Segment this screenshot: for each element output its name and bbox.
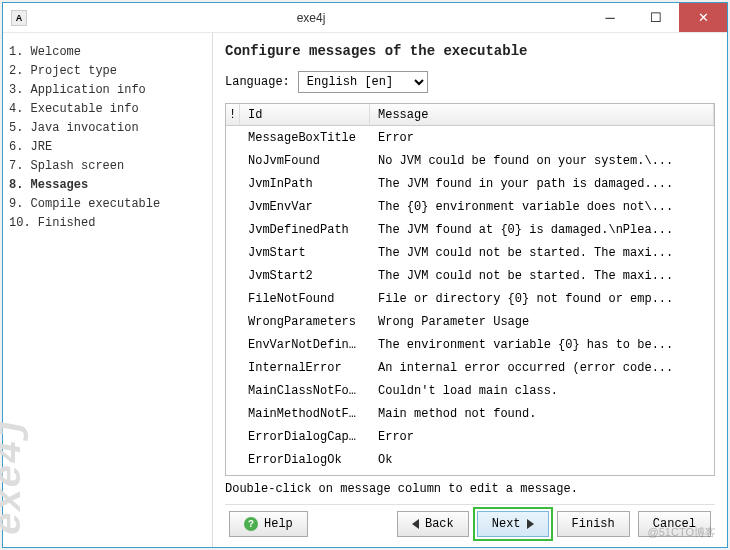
table-row[interactable]: WrongParametersWrong Parameter Usage: [226, 310, 714, 333]
help-button[interactable]: ? Help: [229, 511, 308, 537]
cell-message[interactable]: The JVM found at {0} is damaged.\nPlea..…: [370, 223, 714, 237]
table-row[interactable]: JvmInPathThe JVM found in your path is d…: [226, 172, 714, 195]
table-row[interactable]: ErrorDialogTextAn error occurred while s…: [226, 471, 714, 475]
help-icon: ?: [244, 517, 258, 531]
language-select[interactable]: English [en]: [298, 71, 428, 93]
table-header: ! Id Message: [226, 104, 714, 126]
wizard-step[interactable]: 8. Messages: [9, 176, 206, 195]
cell-id: ErrorDialogCaption: [240, 430, 370, 444]
panel-title: Configure messages of the executable: [225, 43, 715, 59]
cell-message[interactable]: Error: [370, 430, 714, 444]
cell-id: MessageBoxTitle: [240, 131, 370, 145]
table-row[interactable]: JvmEnvVarThe {0} environment variable do…: [226, 195, 714, 218]
cell-id: MainClassNotFound: [240, 384, 370, 398]
language-row: Language: English [en]: [225, 71, 715, 93]
back-button[interactable]: Back: [397, 511, 469, 537]
minimize-button[interactable]: ─: [587, 3, 633, 32]
wizard-steps-sidebar: 1. Welcome2. Project type3. Application …: [3, 33, 213, 547]
hint-text: Double-click on message column to edit a…: [225, 482, 715, 496]
cell-message[interactable]: No JVM could be found on your system.\..…: [370, 154, 714, 168]
table-row[interactable]: FileNotFoundFile or directory {0} not fo…: [226, 287, 714, 310]
finish-button[interactable]: Finish: [557, 511, 630, 537]
app-window: A exe4j ─ ☐ ✕ 1. Welcome2. Project type3…: [2, 2, 728, 548]
watermark-text: @51CTO博客: [648, 525, 716, 540]
maximize-button[interactable]: ☐: [633, 3, 679, 32]
next-button[interactable]: Next: [477, 511, 549, 537]
cell-message[interactable]: File or directory {0} not found or emp..…: [370, 292, 714, 306]
cell-id: JvmStart2: [240, 269, 370, 283]
cell-message[interactable]: Wrong Parameter Usage: [370, 315, 714, 329]
arrow-right-icon: [527, 519, 534, 529]
cell-message[interactable]: The JVM could not be started. The maxi..…: [370, 246, 714, 260]
table-row[interactable]: InternalErrorAn internal error occurred …: [226, 356, 714, 379]
wizard-step[interactable]: 3. Application info: [9, 81, 206, 100]
main-panel: Configure messages of the executable Lan…: [213, 33, 727, 547]
table-row[interactable]: MainClassNotFoundCouldn't load main clas…: [226, 379, 714, 402]
close-button[interactable]: ✕: [679, 3, 727, 32]
cell-message[interactable]: Couldn't load main class.: [370, 384, 714, 398]
cell-id: WrongParameters: [240, 315, 370, 329]
help-label: Help: [264, 517, 293, 531]
table-row[interactable]: NoJvmFoundNo JVM could be found on your …: [226, 149, 714, 172]
language-label: Language:: [225, 75, 290, 89]
wizard-footer: ? Help Back Next Finish Cancel: [225, 504, 715, 539]
next-label: Next: [492, 517, 521, 531]
cell-message[interactable]: Main method not found.: [370, 407, 714, 421]
table-row[interactable]: JvmDefinedPathThe JVM found at {0} is da…: [226, 218, 714, 241]
table-body[interactable]: MessageBoxTitleErrorNoJvmFoundNo JVM cou…: [226, 126, 714, 475]
wizard-step[interactable]: 5. Java invocation: [9, 119, 206, 138]
table-row[interactable]: MainMethodNotFoundMain method not found.: [226, 402, 714, 425]
wizard-step[interactable]: 9. Compile executable: [9, 195, 206, 214]
window-title: exe4j: [35, 11, 587, 25]
messages-table: ! Id Message MessageBoxTitleErrorNoJvmFo…: [225, 103, 715, 476]
cell-message[interactable]: The environment variable {0} has to be..…: [370, 338, 714, 352]
arrow-left-icon: [412, 519, 419, 529]
title-bar: A exe4j ─ ☐ ✕: [3, 3, 727, 33]
cell-message[interactable]: The JVM found in your path is damaged...…: [370, 177, 714, 191]
cell-message[interactable]: An internal error occurred (error code..…: [370, 361, 714, 375]
cell-id: EnvVarNotDefined: [240, 338, 370, 352]
table-row[interactable]: MessageBoxTitleError: [226, 126, 714, 149]
cell-id: ErrorDialogOk: [240, 453, 370, 467]
finish-label: Finish: [572, 517, 615, 531]
table-row[interactable]: EnvVarNotDefinedThe environment variable…: [226, 333, 714, 356]
cell-id: JvmStart: [240, 246, 370, 260]
cell-message[interactable]: The JVM could not be started. The maxi..…: [370, 269, 714, 283]
wizard-step[interactable]: 7. Splash screen: [9, 157, 206, 176]
column-header-id[interactable]: Id: [240, 104, 370, 125]
cell-id: JvmEnvVar: [240, 200, 370, 214]
wizard-step[interactable]: 6. JRE: [9, 138, 206, 157]
table-row[interactable]: ErrorDialogCaptionError: [226, 425, 714, 448]
cell-message[interactable]: Error: [370, 131, 714, 145]
cell-id: JvmInPath: [240, 177, 370, 191]
cell-message[interactable]: The {0} environment variable does not\..…: [370, 200, 714, 214]
cell-id: InternalError: [240, 361, 370, 375]
cell-id: FileNotFound: [240, 292, 370, 306]
wizard-step[interactable]: 2. Project type: [9, 62, 206, 81]
column-header-message[interactable]: Message: [370, 104, 714, 125]
back-label: Back: [425, 517, 454, 531]
cell-message[interactable]: Ok: [370, 453, 714, 467]
table-row[interactable]: ErrorDialogOkOk: [226, 448, 714, 471]
content-area: 1. Welcome2. Project type3. Application …: [3, 33, 727, 547]
column-header-mark[interactable]: !: [226, 104, 240, 125]
wizard-step[interactable]: 4. Executable info: [9, 100, 206, 119]
cell-id: NoJvmFound: [240, 154, 370, 168]
cell-id: MainMethodNotFound: [240, 407, 370, 421]
wizard-step[interactable]: 10. Finished: [9, 214, 206, 233]
brand-label: exe4j: [0, 416, 19, 535]
wizard-step[interactable]: 1. Welcome: [9, 43, 206, 62]
table-row[interactable]: JvmStart2The JVM could not be started. T…: [226, 264, 714, 287]
cell-id: JvmDefinedPath: [240, 223, 370, 237]
app-icon: A: [11, 10, 27, 26]
window-controls: ─ ☐ ✕: [587, 3, 727, 32]
table-row[interactable]: JvmStartThe JVM could not be started. Th…: [226, 241, 714, 264]
